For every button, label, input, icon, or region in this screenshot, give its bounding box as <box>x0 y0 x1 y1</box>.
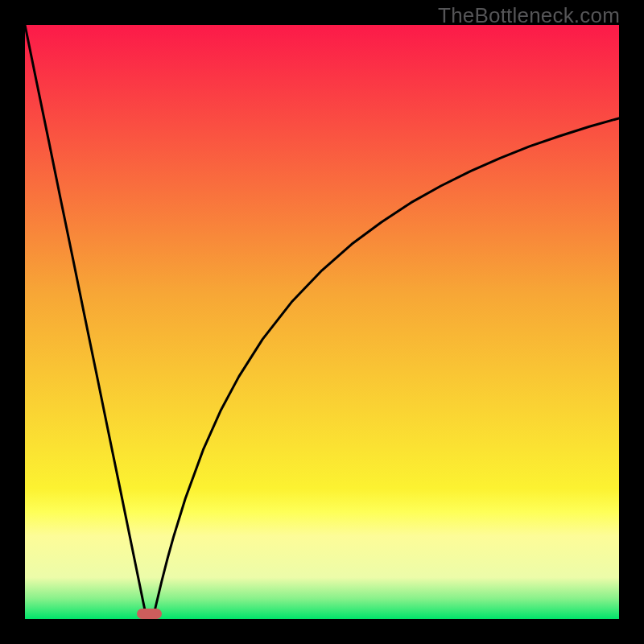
plot-svg <box>25 25 619 619</box>
chart-frame <box>25 25 619 619</box>
minimum-marker <box>137 609 162 619</box>
watermark-text: TheBottleneck.com <box>438 3 620 28</box>
gradient-background <box>25 25 619 619</box>
